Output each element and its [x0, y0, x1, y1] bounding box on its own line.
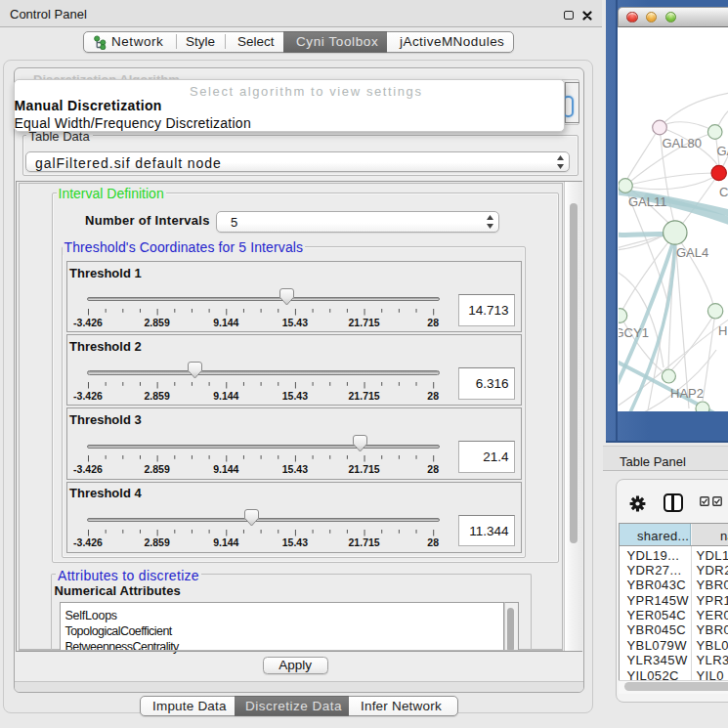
svg-text:GAL4: GAL4: [676, 244, 708, 259]
svg-text:C: C: [719, 184, 728, 198]
svg-text:GCY1: GCY1: [619, 324, 649, 339]
svg-text:GAL80: GAL80: [663, 136, 702, 150]
svg-text:HAP2: HAP2: [670, 385, 704, 400]
svg-text:GAL11: GAL11: [628, 193, 667, 208]
svg-text:GA: GA: [717, 143, 728, 157]
svg-text:H: H: [718, 322, 727, 337]
